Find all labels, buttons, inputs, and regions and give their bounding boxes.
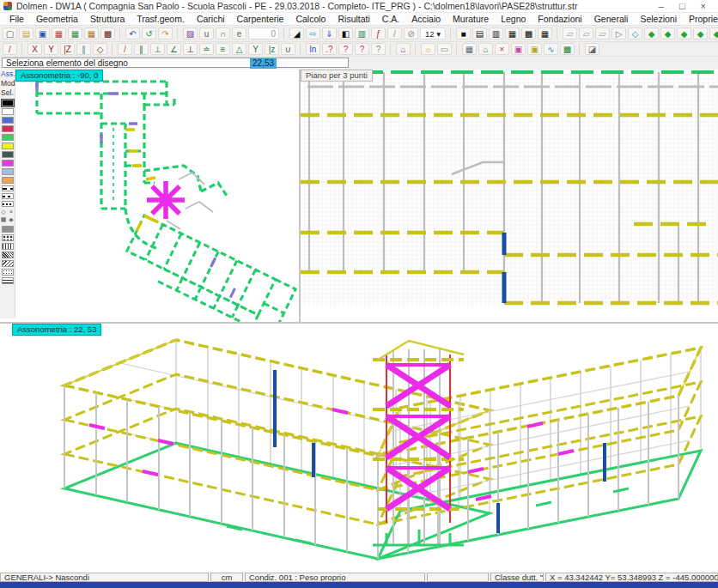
menu-item-c-a[interactable]: C.A.	[376, 13, 405, 26]
line-free-icon[interactable]: /	[118, 43, 132, 55]
redo-icon[interactable]: ↷	[158, 27, 173, 39]
view-cube-wire1-icon[interactable]: ▱	[563, 27, 577, 39]
query-point-icon[interactable]: .?	[322, 43, 337, 55]
snap-rot-icon[interactable]: ◈	[9, 216, 15, 223]
line-style-swatch-2[interactable]	[2, 193, 14, 199]
building-icon[interactable]: ⌂	[396, 43, 411, 55]
line-style-swatch-1[interactable]	[2, 185, 14, 191]
menu-item-file[interactable]: File	[3, 13, 30, 26]
hatch-cross[interactable]	[2, 277, 14, 284]
view-plane-icon[interactable]: ◇	[628, 27, 642, 39]
lamp-icon[interactable]: ☼	[421, 43, 435, 55]
arrow-down-icon[interactable]: ⇓	[322, 27, 337, 39]
draw-line-icon[interactable]: /	[3, 43, 17, 55]
plan-drawing[interactable]	[15, 70, 299, 322]
hatch-vlines[interactable]	[2, 243, 14, 250]
prompt-selected-value[interactable]: 22,53	[250, 58, 277, 69]
menu-item-legno[interactable]: Legno	[495, 13, 532, 26]
view-cube-rot1-icon[interactable]: ◆	[709, 27, 718, 39]
line-perpendicular-icon[interactable]: ⊥	[150, 43, 165, 55]
hatch-dense[interactable]	[2, 252, 14, 258]
menu-item-selezioni[interactable]: Selezioni	[634, 13, 683, 26]
viewport-plan[interactable]: Assonometria : -90, 0	[15, 70, 299, 322]
viewport-3d[interactable]: Assonometria : 22, 53	[12, 324, 718, 573]
color-swatch-green[interactable]	[2, 134, 14, 141]
translate-x-icon[interactable]: X	[27, 43, 42, 55]
color-swatch-white[interactable]	[2, 108, 14, 115]
swoosh-cyan-icon[interactable]: ∿	[544, 43, 558, 55]
copy-parallel-icon[interactable]: ∥	[76, 43, 91, 55]
keyboard-icon[interactable]: ▭	[437, 43, 452, 55]
hatch-dots[interactable]	[2, 269, 14, 276]
menu-item-risultati[interactable]: Risultati	[332, 13, 375, 26]
grid-small-icon[interactable]: ▦	[462, 43, 477, 55]
slash-icon[interactable]: /	[387, 27, 402, 39]
nodes-red-icon[interactable]: ×	[495, 43, 509, 55]
prompt-box[interactable]: Seleziona elemento del disegno 22,53	[2, 58, 349, 68]
color-swatch-yellow[interactable]	[2, 142, 14, 149]
pen-width-box[interactable]: 0	[248, 27, 279, 39]
house-green-icon[interactable]: ⌂	[478, 43, 493, 55]
line-y-icon[interactable]: Υ	[248, 43, 263, 55]
line-z-icon[interactable]: |z	[265, 43, 279, 55]
panel-bw-icon[interactable]: ◧	[338, 27, 353, 39]
diagram-f-icon[interactable]: ƒ	[371, 27, 386, 39]
style-n-icon[interactable]: ∩	[216, 27, 230, 39]
hatch-solid-gray[interactable]	[2, 226, 14, 233]
font-size-select[interactable]: 12 ▾	[420, 27, 446, 39]
axonometric-drawing[interactable]	[12, 324, 718, 573]
line-triangle-icon[interactable]: △	[232, 43, 246, 55]
box-yellow-icon[interactable]: ▣	[527, 43, 542, 55]
sidebar-label-ass[interactable]: Ass.	[0, 70, 15, 79]
view-cube-wire2-icon[interactable]: ▱	[579, 27, 593, 39]
color-swatch-crimson[interactable]	[2, 125, 14, 132]
line-offset-icon[interactable]: ≐	[199, 43, 214, 55]
menu-item-carpenterie[interactable]: Carpenterie	[231, 13, 290, 26]
undo-icon[interactable]: ↶	[125, 27, 140, 39]
view-cube-wire3-icon[interactable]: ▱	[595, 27, 610, 39]
color-swatch-orange[interactable]	[2, 177, 14, 184]
snap-cross-icon[interactable]: ×	[9, 209, 15, 215]
info-node-icon[interactable]: ln	[306, 43, 320, 55]
view-cube-front-icon[interactable]: ◆	[660, 27, 675, 39]
translate-z-icon[interactable]: |Z	[60, 43, 75, 55]
eraser-icon[interactable]: ◪	[585, 43, 599, 55]
box-green-icon[interactable]: ▩	[560, 43, 575, 55]
menu-item-trasf-geom[interactable]: Trasf.geom.	[131, 13, 191, 26]
regen-icon[interactable]: ↺	[142, 27, 156, 39]
menu-item-carichi[interactable]: Carichi	[191, 13, 231, 26]
window-single-icon[interactable]: ■	[456, 27, 471, 39]
color-swatch-magenta[interactable]	[2, 160, 14, 167]
export-model-icon[interactable]: ▦	[84, 27, 99, 39]
sidebar-label-sel[interactable]: Sel.	[0, 88, 15, 98]
line-parallel-icon[interactable]: ∥	[134, 43, 149, 55]
view-cube-side-icon[interactable]: ◆	[677, 27, 691, 39]
minimize-button[interactable]: –	[659, 1, 664, 12]
import-model-red-icon[interactable]: ▦	[52, 27, 66, 39]
window-hsplit2-icon[interactable]: ▦	[505, 27, 520, 39]
pointer-icon[interactable]: ⇨	[306, 27, 320, 39]
circle-null-icon[interactable]: ⊘	[404, 27, 418, 39]
snap-grid-icon[interactable]: ▦	[1, 216, 7, 223]
snap-diamond-icon[interactable]: ◇	[1, 209, 7, 215]
panel-color-icon[interactable]: ▥	[355, 27, 369, 39]
window-quad-icon[interactable]: ▦	[538, 27, 552, 39]
query-shell-icon[interactable]: ?	[355, 43, 369, 55]
open-folder-icon[interactable]: ▤	[19, 27, 33, 39]
menu-item-geometria[interactable]: Geometria	[30, 13, 84, 26]
archive-icon[interactable]: ▩	[100, 27, 115, 39]
viewport-elevation[interactable]: Piano per 3 punti	[301, 70, 718, 322]
fill-triangle-icon[interactable]: ◢	[289, 27, 304, 39]
color-swatch-black[interactable]	[2, 100, 14, 106]
palette-icon[interactable]: ▨	[183, 27, 198, 39]
menu-item-murature[interactable]: Murature	[447, 13, 495, 26]
save-icon[interactable]: ▣	[35, 27, 50, 39]
window-hsplit-icon[interactable]: ▤	[472, 27, 487, 39]
view-cube-top-icon[interactable]: ◆	[644, 27, 659, 39]
new-file-icon[interactable]: ▢	[3, 27, 17, 39]
line-style-swatch-3[interactable]	[2, 201, 14, 207]
box-pink-icon[interactable]: ▣	[511, 43, 526, 55]
color-swatch-blue[interactable]	[2, 117, 14, 124]
line-close-icon[interactable]: ∪	[281, 43, 295, 55]
hatch-diag[interactable]	[2, 260, 14, 267]
